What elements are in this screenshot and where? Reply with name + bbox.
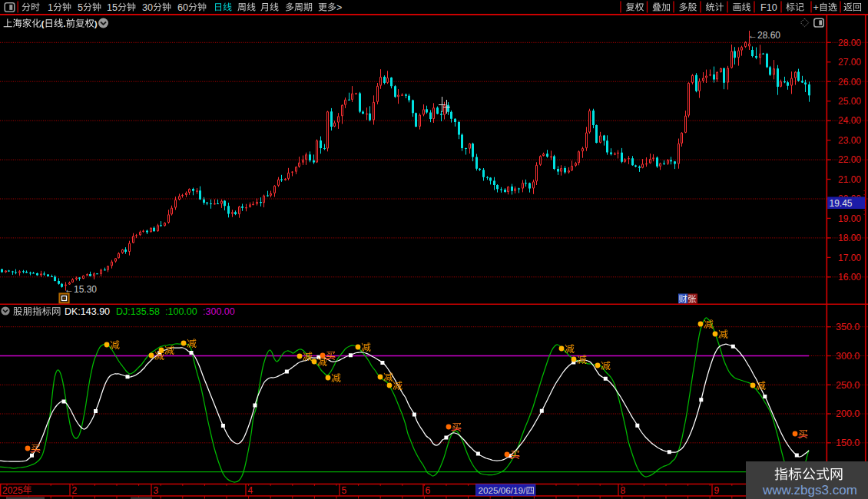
svg-text:23.00: 23.00 <box>838 135 861 146</box>
svg-text:60: 60 <box>177 2 188 13</box>
svg-text:19.45: 19.45 <box>830 198 853 209</box>
svg-text:3: 3 <box>154 485 159 496</box>
svg-text:250.0: 250.0 <box>836 380 860 391</box>
svg-text:25.00: 25.00 <box>838 96 861 107</box>
svg-text:15: 15 <box>107 2 118 13</box>
svg-text:F10: F10 <box>760 2 777 13</box>
svg-text:DJ:135.58: DJ:135.58 <box>116 306 160 317</box>
svg-text:2025: 2025 <box>2 485 23 496</box>
svg-text:←28.60: ←28.60 <box>748 30 780 41</box>
svg-text:16.00: 16.00 <box>838 272 861 283</box>
svg-text:2025/06/19/: 2025/06/19/ <box>479 485 526 495</box>
svg-text:300.0: 300.0 <box>836 351 860 362</box>
svg-text:18.00: 18.00 <box>838 233 861 243</box>
svg-text:27.00: 27.00 <box>838 57 861 68</box>
svg-text:5: 5 <box>78 2 83 13</box>
svg-text:17.00: 17.00 <box>838 253 861 263</box>
svg-text:28.00: 28.00 <box>838 38 861 48</box>
svg-text:2: 2 <box>72 485 78 496</box>
svg-text:9: 9 <box>714 485 720 496</box>
svg-text:4: 4 <box>248 485 253 496</box>
svg-text:5: 5 <box>342 485 347 496</box>
svg-text:1: 1 <box>48 2 53 13</box>
svg-text:8: 8 <box>621 485 626 496</box>
svg-text:21.00: 21.00 <box>838 174 861 185</box>
svg-text:(: ( <box>41 18 45 29</box>
svg-text:150.0: 150.0 <box>836 438 860 448</box>
svg-text::100.00: :100.00 <box>165 306 197 317</box>
svg-text:22.00: 22.00 <box>838 154 861 165</box>
svg-text:DK:143.90: DK:143.90 <box>65 306 110 317</box>
svg-text:19.00: 19.00 <box>838 213 861 224</box>
svg-text:6: 6 <box>426 485 431 496</box>
svg-text:200.0: 200.0 <box>836 408 860 419</box>
svg-text:30: 30 <box>142 2 153 13</box>
svg-text:.: . <box>63 18 65 29</box>
svg-text:): ) <box>94 18 98 29</box>
svg-text:>: > <box>336 2 342 13</box>
svg-text:26.00: 26.00 <box>838 77 861 88</box>
svg-text::300.00: :300.00 <box>203 306 235 317</box>
svg-text:24.00: 24.00 <box>838 115 861 126</box>
svg-text:www.zbgs3.com: www.zbgs3.com <box>762 483 857 497</box>
svg-text:350.0: 350.0 <box>836 322 860 332</box>
svg-text:+: + <box>813 2 819 13</box>
